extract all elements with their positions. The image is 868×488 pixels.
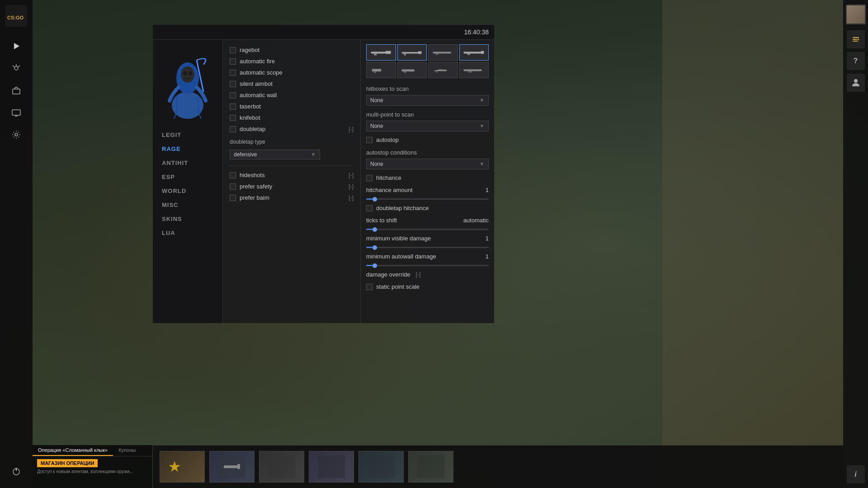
svg-rect-30: [372, 69, 381, 72]
taserbot-checkbox[interactable]: [230, 103, 236, 110]
taserbot-item: taserbot: [230, 102, 354, 111]
svg-rect-38: [224, 465, 237, 468]
store-tab-operation[interactable]: Операция «Сломанный клык»: [33, 445, 113, 456]
weapon-btn-2[interactable]: [397, 44, 427, 61]
prefer-safety-label: prefer safety: [240, 183, 272, 190]
svg-rect-39: [237, 464, 240, 469]
autostop-cond-row: None ▼: [366, 159, 489, 169]
prefer-safety-checkbox[interactable]: [230, 183, 236, 190]
autostop-cond-dropdown[interactable]: None ▼: [366, 159, 489, 169]
rank-icon-btn[interactable]: [847, 30, 865, 48]
weapon-btn-6[interactable]: [397, 62, 427, 78]
nav-antihit[interactable]: ANTIHIT: [153, 156, 222, 170]
prefer-safety-item: prefer safety [-]: [230, 182, 354, 191]
automatic-wall-label: automatic wall: [240, 92, 277, 99]
doubletap-type-dropdown[interactable]: defensive ▼: [230, 150, 320, 160]
store-btn[interactable]: МАГАЗИН ОПЕРАЦИИ: [37, 459, 98, 467]
store-content: МАГАЗИН ОПЕРАЦИИ Доступ к новым агентам,…: [33, 456, 152, 488]
automatic-fire-checkbox[interactable]: [230, 58, 236, 65]
autostop-cond-value: None: [370, 161, 383, 167]
hitchance-checkbox[interactable]: [366, 175, 373, 181]
knifebot-checkbox[interactable]: [230, 115, 236, 121]
min-visible-slider-track[interactable]: [366, 247, 489, 248]
doubletap-hitchance-checkbox[interactable]: [366, 205, 373, 211]
settings-button[interactable]: [6, 125, 26, 145]
main-panel: 16:40:38: [153, 25, 494, 323]
person-icon-btn[interactable]: [847, 74, 865, 92]
silent-aimbot-item: silent aimbot: [230, 79, 354, 89]
ragebot-checkbox[interactable]: [230, 47, 236, 53]
briefcase-button[interactable]: [6, 80, 26, 100]
doubletap-item: doubletap [-]: [230, 124, 354, 134]
weapon-btn-1[interactable]: [366, 44, 396, 61]
nav-skins[interactable]: SKINS: [153, 212, 222, 226]
ticks-slider-thumb[interactable]: [373, 227, 377, 232]
nav-menu: LEGIT RAGE ANTIHIT ESP WORLD MISC SKINS …: [153, 126, 222, 242]
ticks-slider-track[interactable]: [366, 229, 489, 230]
store-tab-coupons[interactable]: Купоны: [113, 445, 141, 456]
thumb-4[interactable]: [309, 451, 354, 483]
automatic-fire-label: automatic fire: [240, 58, 275, 65]
min-autowall-slider-thumb[interactable]: [373, 263, 377, 268]
min-visible-slider-thumb[interactable]: [373, 245, 377, 250]
hitchance-slider-thumb[interactable]: [373, 197, 377, 202]
hitboxes-value: None: [370, 97, 383, 103]
multipoint-dropdown-row: None ▼: [366, 121, 489, 131]
nav-rage[interactable]: RAGE: [153, 142, 222, 156]
tv-button[interactable]: [6, 103, 26, 122]
store-tabs: Операция «Сломанный клык» Купоны: [33, 445, 152, 456]
panel-body: LEGIT RAGE ANTIHIT ESP WORLD MISC SKINS …: [153, 40, 494, 323]
silent-aimbot-checkbox[interactable]: [230, 81, 236, 87]
static-point-checkbox[interactable]: [366, 284, 373, 290]
multipoint-dropdown[interactable]: None ▼: [366, 121, 489, 131]
weapon-btn-7[interactable]: [428, 62, 458, 78]
hideshots-checkbox[interactable]: [230, 172, 236, 178]
weapon-btn-3[interactable]: [428, 44, 458, 61]
nav-lua[interactable]: LUA: [153, 226, 222, 240]
svg-rect-36: [468, 71, 472, 72]
hitchance-label: hitchance: [376, 174, 401, 181]
antenna-button[interactable]: [6, 58, 26, 78]
svg-point-3: [14, 66, 18, 70]
nav-world[interactable]: WORLD: [153, 184, 222, 198]
doubletap-type-dropdown-row: defensive ▼: [230, 148, 354, 161]
thumb-3[interactable]: [259, 451, 304, 483]
weapon-btn-4[interactable]: [459, 44, 489, 61]
nav-misc[interactable]: MISC: [153, 198, 222, 212]
taserbot-label: taserbot: [240, 103, 261, 110]
automatic-wall-checkbox[interactable]: [230, 92, 236, 99]
thumb-6[interactable]: [408, 451, 453, 483]
thumb-5[interactable]: [359, 451, 404, 483]
hitchance-slider-track[interactable]: [366, 198, 489, 200]
bottom-bar: ★: [153, 445, 843, 488]
multipoint-arrow: ▼: [479, 123, 485, 129]
nav-logo: [153, 44, 222, 126]
autostop-cond-label: autostop conditions: [366, 149, 489, 156]
svg-rect-24: [418, 52, 422, 54]
thumb-1[interactable]: ★: [160, 451, 205, 483]
thumb-2[interactable]: [209, 451, 255, 483]
power-button[interactable]: [6, 461, 26, 481]
svg-marker-10: [858, 38, 859, 40]
min-autowall-slider-track[interactable]: [366, 265, 489, 266]
prefer-baim-label: prefer baim: [240, 194, 269, 201]
doubletap-type-row: doubletap type: [230, 136, 354, 146]
svg-rect-22: [402, 52, 418, 53]
weapon-btn-8[interactable]: [459, 62, 489, 78]
multipoint-value: None: [370, 123, 383, 129]
hideshots-label: hideshots: [240, 172, 265, 178]
automatic-scope-label: automatic scope: [240, 69, 283, 76]
svg-point-17: [189, 71, 192, 75]
info-icon-btn[interactable]: i: [847, 465, 865, 483]
question-icon-btn[interactable]: ?: [847, 52, 865, 70]
autostop-checkbox[interactable]: [366, 137, 373, 143]
hitboxes-dropdown[interactable]: None ▼: [366, 95, 489, 106]
prefer-baim-checkbox[interactable]: [230, 195, 236, 201]
play-button[interactable]: [6, 36, 26, 56]
damage-override-label: damage override: [366, 271, 410, 278]
doubletap-checkbox[interactable]: [230, 126, 236, 132]
automatic-scope-checkbox[interactable]: [230, 70, 236, 76]
nav-esp[interactable]: ESP: [153, 170, 222, 184]
weapon-btn-5[interactable]: [366, 62, 396, 78]
nav-legit[interactable]: LEGIT: [153, 128, 222, 142]
